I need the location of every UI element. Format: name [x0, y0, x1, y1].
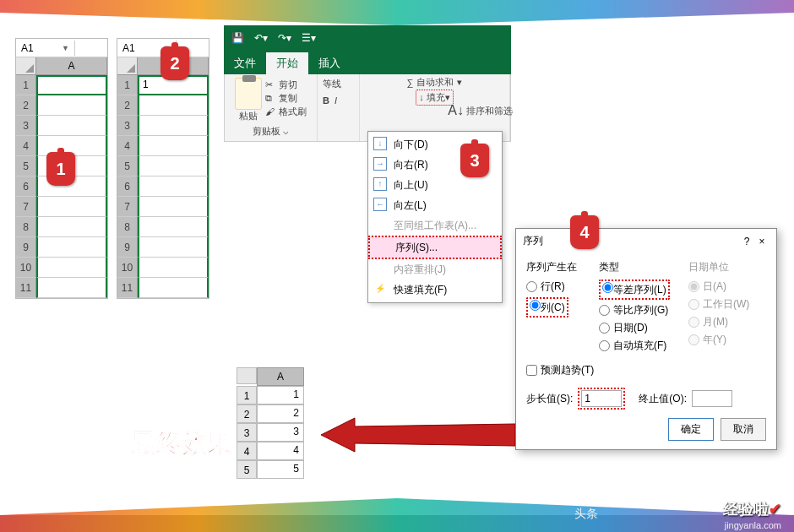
step-input[interactable]	[581, 390, 622, 407]
radio-month: 月(M)	[688, 313, 766, 331]
select-all-corner[interactable]	[117, 57, 138, 74]
cell[interactable]	[36, 116, 107, 136]
row-header[interactable]: 3	[237, 423, 257, 442]
radio-linear[interactable]: 等差序列(L)	[599, 278, 683, 301]
row-header[interactable]: 10	[117, 258, 138, 278]
cell[interactable]	[138, 217, 209, 237]
row-header[interactable]: 10	[16, 258, 36, 278]
row-header[interactable]: 7	[16, 197, 36, 217]
cancel-button[interactable]: 取消	[721, 418, 766, 441]
format-painter-button[interactable]: 🖌格式刷	[265, 106, 307, 118]
radio-columns[interactable]: 列(C)	[526, 296, 594, 319]
row-header[interactable]: 11	[117, 278, 138, 298]
row-header[interactable]: 3	[117, 116, 138, 136]
menu-fill-left[interactable]: ←向左(L)	[368, 195, 502, 215]
cell[interactable]	[138, 156, 209, 176]
cell-a1[interactable]	[36, 75, 107, 95]
row-header[interactable]: 9	[16, 237, 36, 258]
decorative-bottom-strip	[0, 498, 794, 532]
row-header[interactable]: 6	[117, 176, 138, 197]
row-header[interactable]: 8	[16, 217, 36, 237]
tab-home[interactable]: 开始	[266, 52, 308, 74]
ok-button[interactable]: 确定	[668, 418, 714, 441]
undo-icon[interactable]: ↶▾	[254, 32, 268, 44]
row-header[interactable]: 4	[16, 136, 36, 156]
font-name-combo[interactable]: 等线	[323, 78, 341, 90]
menu-fill-up[interactable]: ↑向上(U)	[368, 175, 502, 195]
dialog-titlebar[interactable]: 序列 ? ×	[516, 229, 776, 253]
radio-rows[interactable]: 行(R)	[526, 278, 594, 296]
name-box[interactable]: A1▼	[16, 41, 75, 56]
cell[interactable]	[138, 278, 209, 298]
row-header[interactable]: 4	[237, 442, 257, 460]
row-header[interactable]: 5	[16, 156, 36, 176]
stop-input[interactable]	[692, 390, 732, 407]
cell[interactable]: 2	[257, 404, 304, 423]
cell[interactable]	[138, 258, 209, 278]
menu-flash-fill[interactable]: ⚡快速填充(F)	[368, 280, 502, 300]
row-header[interactable]: 11	[16, 278, 36, 298]
row-header[interactable]: 1	[16, 75, 36, 95]
row-header[interactable]: 5	[237, 460, 257, 479]
row-header[interactable]: 4	[117, 136, 138, 156]
cell[interactable]: 5	[257, 460, 304, 479]
tab-insert[interactable]: 插入	[308, 52, 351, 74]
row-header[interactable]: 9	[117, 237, 138, 258]
autosum-button[interactable]: 自动求和	[416, 76, 454, 89]
fill-down-icon: ↓	[419, 92, 424, 102]
tab-file[interactable]: 文件	[224, 52, 266, 74]
cell[interactable]	[138, 237, 209, 258]
watermark-hint: 头条	[574, 507, 598, 522]
sort-filter-icon: A↓	[448, 103, 464, 118]
copy-button[interactable]: ⧉复制	[265, 92, 307, 105]
select-all-corner[interactable]	[237, 367, 257, 384]
arrow-up-icon: ↑	[373, 177, 387, 191]
row-header[interactable]: 2	[237, 404, 257, 423]
sort-filter-button[interactable]: 排序和筛选	[466, 105, 513, 117]
cell[interactable]	[36, 278, 107, 298]
close-button[interactable]: ×	[754, 236, 770, 247]
row-header[interactable]: 6	[16, 176, 36, 197]
select-all-corner[interactable]	[16, 57, 36, 74]
group-date-unit: 日期单位	[688, 260, 766, 274]
row-header[interactable]: 7	[117, 197, 138, 217]
checkbox-trend[interactable]: 预测趋势(T)	[526, 361, 766, 379]
cell[interactable]: 1	[257, 386, 304, 404]
paste-button[interactable]: 粘贴	[235, 110, 262, 122]
row-header[interactable]: 5	[117, 156, 138, 176]
cell[interactable]	[138, 116, 209, 136]
touch-mode-icon[interactable]: ☰▾	[302, 32, 315, 44]
italic-button[interactable]: I	[334, 95, 337, 106]
bold-button[interactable]: B	[323, 95, 329, 106]
radio-growth[interactable]: 等比序列(G)	[599, 301, 683, 319]
row-header[interactable]: 8	[117, 217, 138, 237]
cell[interactable]: 3	[257, 423, 304, 442]
cell[interactable]	[138, 136, 209, 156]
column-header-a[interactable]: A	[36, 57, 107, 74]
cell[interactable]	[138, 95, 209, 116]
cell[interactable]	[138, 176, 209, 197]
row-header[interactable]: 2	[117, 95, 138, 116]
step-badge-2: 2	[160, 46, 189, 80]
cell[interactable]	[36, 197, 107, 217]
column-header-a[interactable]: A	[257, 367, 304, 386]
cell[interactable]	[36, 258, 107, 278]
row-header[interactable]: 3	[16, 116, 36, 136]
cell[interactable]	[138, 197, 209, 217]
row-header[interactable]: 1	[237, 386, 257, 404]
paste-icon[interactable]	[235, 78, 262, 110]
cell[interactable]	[36, 217, 107, 237]
row-header[interactable]: 2	[16, 95, 36, 116]
cell[interactable]	[36, 237, 107, 258]
chevron-down-icon[interactable]: ▼	[62, 44, 69, 52]
save-icon[interactable]: 💾	[231, 32, 244, 44]
cut-button[interactable]: ✂剪切	[265, 79, 307, 91]
redo-icon[interactable]: ↷▾	[278, 32, 291, 44]
radio-autofill[interactable]: 自动填充(F)	[599, 337, 683, 355]
radio-date[interactable]: 日期(D)	[599, 319, 683, 337]
help-button[interactable]: ?	[739, 236, 754, 247]
cell[interactable]	[36, 95, 107, 116]
cell[interactable]: 4	[257, 442, 304, 460]
row-header[interactable]: 1	[117, 75, 138, 95]
menu-fill-series[interactable]: 序列(S)...	[368, 236, 502, 259]
